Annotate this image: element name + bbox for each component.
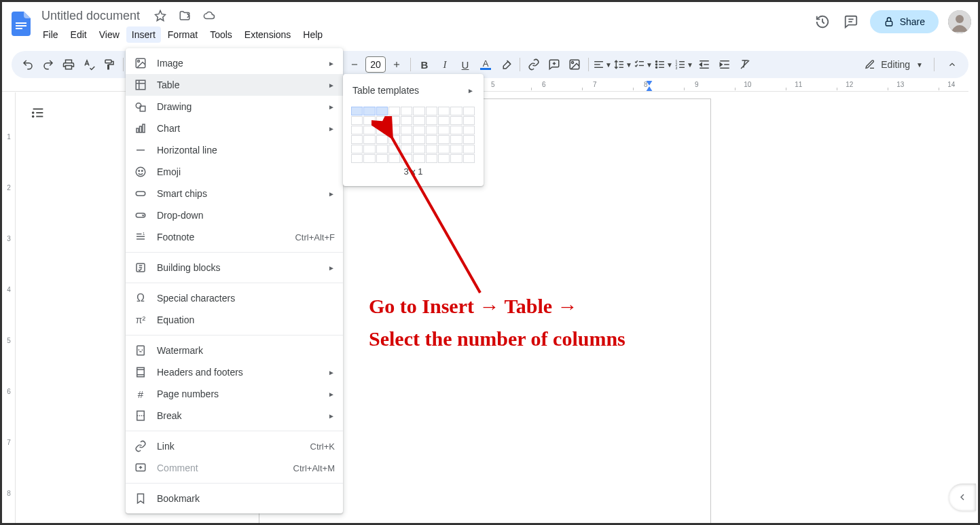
menu-item-page-numbers[interactable]: # Page numbers ► [126,383,343,405]
font-size-increase[interactable] [387,55,406,74]
menu-insert[interactable]: Insert [126,26,161,43]
insert-link-button[interactable] [524,55,543,74]
table-grid-cell[interactable] [401,154,412,163]
table-grid-cell[interactable] [401,126,412,134]
table-grid-cell[interactable] [450,145,462,153]
table-grid-cell[interactable] [351,107,363,115]
table-grid-cell[interactable] [388,126,400,134]
checklist-button[interactable]: ▼ [634,55,653,74]
menu-tools[interactable]: Tools [204,26,238,43]
table-grid-cell[interactable] [450,116,462,125]
menu-item-dropdown[interactable]: Drop-down [126,204,343,226]
align-button[interactable]: ▼ [593,55,612,74]
menu-item-emoji[interactable]: Emoji [126,161,343,183]
menu-item-link[interactable]: Link Ctrl+K [126,435,343,457]
vertical-ruler[interactable]: 12345678 [2,92,16,523]
table-grid-cell[interactable] [450,135,462,144]
table-grid-cell[interactable] [401,145,412,153]
table-grid-cell[interactable] [463,135,475,144]
table-grid-cell[interactable] [463,107,475,115]
menu-item-break[interactable]: Break ► [126,405,343,427]
table-grid-cell[interactable] [413,145,424,153]
cloud-status-icon[interactable] [200,6,219,25]
clear-format-button[interactable] [736,55,755,74]
table-grid-cell[interactable] [438,126,450,134]
menu-item-smart-chips[interactable]: Smart chips ► [126,183,343,204]
indent-decrease-button[interactable] [695,55,714,74]
table-grid-cell[interactable] [413,116,424,125]
menu-item-table-templates[interactable]: Table templates ► [343,79,484,101]
table-grid-cell[interactable] [463,126,475,134]
menu-item-footnote[interactable]: 1 Footnote Ctrl+Alt+F [126,226,343,248]
menu-item-chart[interactable]: Chart ► [126,117,343,139]
menu-item-building-blocks[interactable]: Building blocks ► [126,257,343,278]
table-grid-cell[interactable] [413,107,424,115]
comments-icon[interactable] [841,12,860,31]
outline-toggle-button[interactable] [28,103,48,123]
menu-item-headers-footers[interactable]: Headers and footers ► [126,361,343,383]
table-grid-cell[interactable] [388,116,400,125]
table-grid-cell[interactable] [450,126,462,134]
table-grid-cell[interactable] [363,145,375,153]
highlight-button[interactable] [496,55,515,74]
table-grid-cell[interactable] [376,126,388,134]
table-grid-cell[interactable] [363,116,375,125]
table-grid-cell[interactable] [351,126,363,134]
table-grid-cell[interactable] [376,116,388,125]
table-grid-cell[interactable] [438,135,450,144]
line-spacing-button[interactable]: ▼ [613,55,632,74]
menu-view[interactable]: View [94,26,125,43]
mode-switcher[interactable]: Editing ▼ [858,56,930,73]
text-color-button[interactable]: A [476,55,495,74]
table-grid-cell[interactable] [450,107,462,115]
underline-button[interactable]: U [456,55,475,74]
table-grid-cell[interactable] [401,107,412,115]
table-grid-cell[interactable] [438,107,450,115]
document-title[interactable]: Untitled document [37,7,144,24]
table-grid-cell[interactable] [376,154,388,163]
table-grid-cell[interactable] [426,126,437,134]
menu-extensions[interactable]: Extensions [239,26,296,43]
move-icon[interactable] [175,6,194,25]
table-grid-cell[interactable] [426,107,437,115]
bullet-list-button[interactable]: ▼ [654,55,673,74]
table-grid-cell[interactable] [426,145,437,153]
share-button[interactable]: Share [870,10,939,33]
table-grid-cell[interactable] [401,135,412,144]
table-grid-cell[interactable] [351,116,363,125]
redo-button[interactable] [39,55,58,74]
menu-item-drawing[interactable]: Drawing ► [126,96,343,117]
menu-item-table[interactable]: Table ► [126,74,343,96]
table-grid-cell[interactable] [438,154,450,163]
italic-button[interactable]: I [435,55,454,74]
table-grid-cell[interactable] [413,154,424,163]
star-icon[interactable] [151,6,170,25]
table-grid-cell[interactable] [438,145,450,153]
table-grid-cell[interactable] [388,154,400,163]
table-size-picker[interactable] [351,107,475,163]
table-grid-cell[interactable] [351,145,363,153]
ruler-indent-marker[interactable] [646,81,653,86]
table-grid-cell[interactable] [426,154,437,163]
table-grid-cell[interactable] [450,154,462,163]
table-grid-cell[interactable] [413,126,424,134]
table-grid-cell[interactable] [438,116,450,125]
menu-edit[interactable]: Edit [65,26,92,43]
table-grid-cell[interactable] [388,135,400,144]
undo-button[interactable] [18,55,37,74]
table-grid-cell[interactable] [426,135,437,144]
account-avatar[interactable] [948,10,971,33]
table-grid-cell[interactable] [376,135,388,144]
menu-format[interactable]: Format [162,26,203,43]
table-grid-cell[interactable] [401,116,412,125]
menu-help[interactable]: Help [297,26,328,43]
table-grid-cell[interactable] [363,126,375,134]
font-size-input[interactable]: 20 [365,56,386,73]
ruler-margin-marker[interactable] [646,86,653,92]
table-grid-cell[interactable] [463,154,475,163]
menu-item-image[interactable]: Image ► [126,52,343,74]
menu-item-special-characters[interactable]: Ω Special characters [126,287,343,309]
collapse-toolbar-button[interactable] [943,55,962,74]
indent-increase-button[interactable] [715,55,734,74]
insert-comment-button[interactable] [545,55,564,74]
